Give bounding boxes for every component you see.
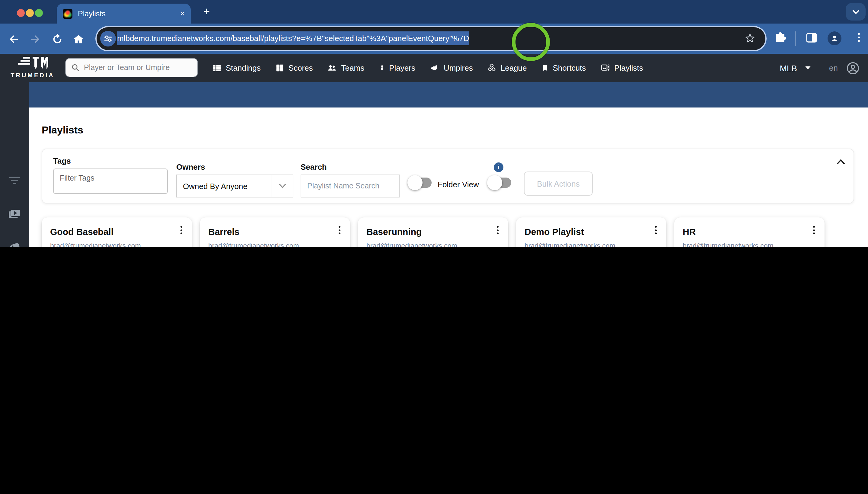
collapse-panel-chevron-icon[interactable] xyxy=(836,159,845,165)
nav-scores[interactable]: Scores xyxy=(268,63,320,73)
tags-label: Tags xyxy=(53,156,71,166)
minimize-window-button[interactable] xyxy=(26,9,34,17)
new-tab-button[interactable]: + xyxy=(203,5,210,18)
shortcuts-icon xyxy=(541,63,549,73)
tab-playlists[interactable]: Playlists × xyxy=(57,4,191,23)
playlist-owner: brad@trumedianetworks.com xyxy=(208,242,342,247)
page-header-band xyxy=(29,82,868,108)
tab-favicon xyxy=(63,9,73,18)
umpires-icon xyxy=(430,63,439,73)
video-playlist-icon[interactable] xyxy=(8,207,21,221)
url-text[interactable]: mlbdemo.trumedianetworks.com/baseball/pl… xyxy=(117,27,469,50)
nav-shortcuts[interactable]: Shortcuts xyxy=(534,63,593,73)
back-icon[interactable] xyxy=(8,33,20,45)
bulk-actions-button[interactable]: Bulk Actions xyxy=(524,172,593,196)
menu-icon[interactable] xyxy=(853,32,865,43)
card-menu-kebab-icon[interactable] xyxy=(334,225,344,235)
left-sidebar: ? xyxy=(0,82,29,247)
tab-strip: Playlists × + xyxy=(0,0,868,23)
trumedia-logo[interactable]: TRUMEDIA xyxy=(5,56,60,78)
extensions-icon[interactable] xyxy=(774,32,787,44)
league-selector[interactable]: MLB xyxy=(780,63,811,73)
card-menu-kebab-icon[interactable] xyxy=(493,225,502,235)
playlist-owner: brad@trumedianetworks.com xyxy=(683,242,816,247)
tab-title: Playlists xyxy=(78,10,180,18)
scores-icon xyxy=(275,63,284,73)
owners-selected-value: Owned By Anyone xyxy=(177,182,272,191)
playlist-card[interactable]: HR brad@trumedianetworks.com 2023-08-02 … xyxy=(674,217,825,247)
folder-view-toggle[interactable] xyxy=(411,177,432,188)
playlist-title: HR xyxy=(683,226,816,237)
profile-icon[interactable] xyxy=(828,32,842,45)
fullscreen-window-button[interactable] xyxy=(35,9,43,17)
playlist-card[interactable]: Baserunning brad@trumedianetworks.com 20… xyxy=(358,217,508,247)
toolbar-divider xyxy=(795,32,795,46)
playlist-search-input[interactable]: Playlist Name Search xyxy=(301,174,400,197)
playlist-grid: Good Baseball brad@trumedianetworks.com … xyxy=(42,217,825,247)
tab-close-icon[interactable]: × xyxy=(180,10,185,18)
nav-umpires[interactable]: Umpires xyxy=(422,63,480,73)
playlist-title: Barrels xyxy=(208,226,342,237)
global-search-input[interactable]: Player or Team or Umpire xyxy=(65,58,198,77)
league-icon xyxy=(488,63,496,73)
players-icon xyxy=(379,63,385,73)
tab-search-chevron-icon xyxy=(852,10,859,14)
filter-icon[interactable] xyxy=(8,174,21,187)
account-icon[interactable] xyxy=(846,61,860,75)
chevron-down-icon xyxy=(279,184,286,188)
side-panel-icon[interactable] xyxy=(805,32,818,44)
standings-icon xyxy=(213,63,221,73)
playlist-title: Baserunning xyxy=(367,226,500,237)
app-header-right: MLB en xyxy=(780,54,860,82)
tags-icon[interactable] xyxy=(8,240,21,247)
info-icon[interactable]: i xyxy=(494,163,504,172)
playlist-card[interactable]: Barrels brad@trumedianetworks.com 2023-0… xyxy=(200,217,350,247)
playlist-title: Good Baseball xyxy=(50,226,183,237)
main-content: Playlists Tags Filter Tags Owners Owned … xyxy=(29,108,868,247)
card-menu-kebab-icon[interactable] xyxy=(809,225,818,235)
global-search-placeholder: Player or Team or Umpire xyxy=(84,63,170,72)
owners-select[interactable]: Owned By Anyone xyxy=(176,174,293,197)
card-menu-kebab-icon[interactable] xyxy=(651,225,660,235)
nav-league[interactable]: League xyxy=(480,63,534,73)
reload-icon[interactable] xyxy=(51,33,63,45)
chevron-down-icon xyxy=(804,66,811,70)
playlist-search-placeholder: Playlist Name Search xyxy=(307,182,379,190)
page-title: Playlists xyxy=(42,125,83,136)
forward-icon[interactable] xyxy=(29,33,41,45)
owners-label: Owners xyxy=(176,163,205,172)
nav-standings[interactable]: Standings xyxy=(205,63,268,73)
nav-players[interactable]: Players xyxy=(372,63,422,73)
filter-tags-placeholder: Filter Tags xyxy=(60,174,95,183)
browser-window: Playlists × + mlbdemo.trumedianetworks.c… xyxy=(0,0,868,247)
home-icon[interactable] xyxy=(73,33,84,45)
playlist-owner: brad@trumedianetworks.com xyxy=(525,242,658,247)
tab-search-button[interactable] xyxy=(846,3,866,21)
playlist-owner: brad@trumedianetworks.com xyxy=(367,242,500,247)
playlists-icon xyxy=(600,63,610,73)
main-nav: Standings Scores Teams Players Umpires L… xyxy=(205,54,650,82)
search-icon xyxy=(71,63,80,72)
trumedia-logo-mark xyxy=(16,56,50,70)
teams-icon xyxy=(328,63,337,73)
playlist-card[interactable]: Good Baseball brad@trumedianetworks.com … xyxy=(42,217,192,247)
close-window-button[interactable] xyxy=(17,9,25,17)
playlist-owner: brad@trumedianetworks.com xyxy=(50,242,183,247)
app-header: TRUMEDIA Player or Team or Umpire Standi… xyxy=(0,54,868,82)
nav-teams[interactable]: Teams xyxy=(320,63,372,73)
filter-tags-input[interactable]: Filter Tags xyxy=(53,169,168,194)
playlist-title: Demo Playlist xyxy=(525,226,658,237)
bookmark-star-icon[interactable] xyxy=(744,33,756,44)
card-menu-kebab-icon[interactable] xyxy=(176,225,186,235)
search-label: Search xyxy=(301,163,327,172)
bulk-actions-toggle[interactable] xyxy=(490,177,511,188)
filter-panel: Tags Filter Tags Owners Owned By Anyone … xyxy=(42,149,854,204)
click-indicator-ring xyxy=(512,23,550,61)
url-bar[interactable]: mlbdemo.trumedianetworks.com/baseball/pl… xyxy=(97,27,765,50)
site-settings-icon[interactable] xyxy=(100,31,116,46)
brand-name: TRUMEDIA xyxy=(5,72,60,78)
nav-playlists[interactable]: Playlists xyxy=(593,63,650,73)
folder-view-label: Folder View xyxy=(438,180,479,189)
language-selector[interactable]: en xyxy=(829,63,838,73)
playlist-card[interactable]: Demo Playlist brad@trumedianetworks.com … xyxy=(516,217,666,247)
